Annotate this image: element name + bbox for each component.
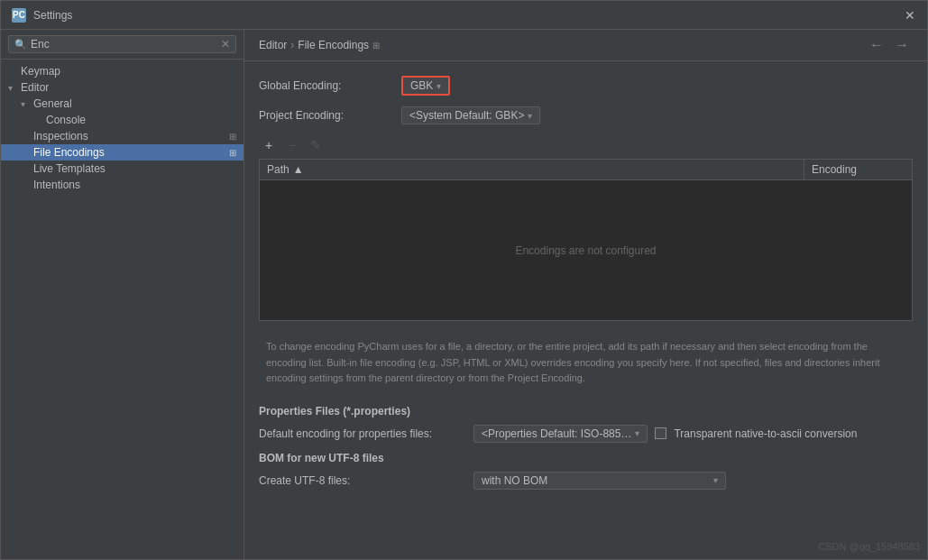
breadcrumb-part-editor: Editor <box>259 39 287 51</box>
search-box: 🔍 ✕ <box>1 30 243 60</box>
search-input-wrapper[interactable]: 🔍 ✕ <box>8 35 236 53</box>
sidebar-item-editor[interactable]: ▾ Editor <box>1 79 243 96</box>
arrow-placeholder <box>33 115 46 125</box>
search-input[interactable] <box>31 38 217 50</box>
title-bar: PC Settings ✕ <box>1 1 927 30</box>
default-encoding-dropdown[interactable]: <Properties Default: ISO-885… ▾ <box>473 425 648 443</box>
search-icon: 🔍 <box>14 39 27 50</box>
sidebar-item-label: Live Templates <box>33 162 106 175</box>
content-header: Editor › File Encodings ⊞ ← → <box>244 30 927 61</box>
default-encoding-row: Default encoding for properties files: <… <box>259 425 913 443</box>
create-utf8-value: with NO BOM <box>482 474 547 487</box>
forward-button[interactable]: → <box>891 37 913 53</box>
properties-section: Properties Files (*.properties) Default … <box>259 405 913 443</box>
arrow-placeholder <box>21 164 33 174</box>
breadcrumb-separator: › <box>290 39 294 51</box>
info-text: To change encoding PyCharm uses for a fi… <box>259 332 913 394</box>
sidebar-item-label: Inspections <box>33 130 88 142</box>
watermark: CSDN @qq_15948583 <box>818 541 920 552</box>
edit-button[interactable]: ✎ <box>306 135 326 155</box>
arrow-placeholder <box>21 180 33 190</box>
sidebar-item-label: Keymap <box>21 65 60 78</box>
app-icon: PC <box>12 8 26 23</box>
bom-section-title: BOM for new UTF-8 files <box>259 452 913 464</box>
window-title: Settings <box>33 9 72 22</box>
sidebar-item-label: Editor <box>21 81 49 94</box>
expand-arrow-icon: ▾ <box>21 99 33 109</box>
sort-icon: ▲ <box>293 163 304 176</box>
encoding-column-header[interactable]: Encoding <box>804 160 912 179</box>
breadcrumb-part-file-encodings: File Encodings <box>298 39 369 51</box>
global-encoding-dropdown[interactable]: GBK ▾ <box>401 76 450 96</box>
arrow-icon <box>8 67 21 77</box>
project-encoding-value: <System Default: GBK> <box>409 109 524 122</box>
table-header: Path ▲ Encoding <box>260 160 912 180</box>
sidebar-item-label: Intentions <box>33 179 80 191</box>
path-column-label: Path <box>267 163 289 176</box>
close-button[interactable]: ✕ <box>904 9 916 22</box>
content-area: Editor › File Encodings ⊞ ← → Global Enc… <box>244 30 927 559</box>
transparent-checkbox[interactable] <box>655 427 666 439</box>
default-encoding-label: Default encoding for properties files: <box>259 427 466 440</box>
bom-section: BOM for new UTF-8 files Create UTF-8 fil… <box>259 452 913 490</box>
utf8-row: Create UTF-8 files: with NO BOM ▾ <box>259 472 913 490</box>
sidebar-item-label: File Encodings <box>33 146 105 159</box>
encodings-table: Path ▲ Encoding Encodings are not config… <box>259 159 913 321</box>
arrow-placeholder <box>21 148 33 158</box>
settings-content: Global Encoding: GBK ▾ Project Encoding:… <box>244 61 927 559</box>
create-utf8-label: Create UTF-8 files: <box>259 474 466 487</box>
title-bar-controls: ✕ <box>904 9 916 22</box>
dropdown-arrow-icon: ▾ <box>528 111 532 121</box>
project-encoding-label: Project Encoding: <box>259 109 394 122</box>
table-toolbar: + − ✎ <box>259 135 913 155</box>
sidebar-item-general[interactable]: ▾ General <box>1 96 243 112</box>
title-bar-left: PC Settings <box>12 8 72 23</box>
properties-section-title: Properties Files (*.properties) <box>259 405 913 418</box>
create-utf8-dropdown[interactable]: with NO BOM ▾ <box>473 472 726 490</box>
global-encoding-row: Global Encoding: GBK ▾ <box>259 76 913 96</box>
dropdown-arrow-icon: ▾ <box>635 428 639 438</box>
global-encoding-label: Global Encoding: <box>259 79 394 92</box>
sidebar-item-label: Console <box>46 114 86 126</box>
sidebar-tree: Keymap ▾ Editor ▾ General <box>1 60 243 559</box>
back-button[interactable]: ← <box>866 37 887 53</box>
global-encoding-value: GBK <box>410 79 433 92</box>
breadcrumb-icon: ⊞ <box>372 41 380 50</box>
transparent-label: Transparent native-to-ascii conversion <box>674 427 857 440</box>
clear-search-icon[interactable]: ✕ <box>221 38 230 50</box>
sidebar-item-keymap[interactable]: Keymap <box>1 63 243 79</box>
dropdown-arrow-icon: ▾ <box>436 81 441 91</box>
sidebar-item-intentions[interactable]: Intentions <box>1 177 243 193</box>
arrow-placeholder <box>21 132 33 142</box>
sidebar: 🔍 ✕ Keymap ▾ Editor <box>1 30 244 559</box>
dropdown-arrow-icon: ▾ <box>713 475 718 485</box>
sidebar-item-file-encodings[interactable]: File Encodings ⊞ <box>1 144 243 161</box>
breadcrumb: Editor › File Encodings ⊞ <box>259 39 380 51</box>
path-column-header[interactable]: Path ▲ <box>260 160 804 179</box>
sidebar-item-console[interactable]: Console <box>1 112 243 128</box>
main-layout: 🔍 ✕ Keymap ▾ Editor <box>1 30 927 559</box>
remove-button[interactable]: − <box>282 135 302 155</box>
sidebar-item-live-templates[interactable]: Live Templates <box>1 161 243 177</box>
encoding-column-label: Encoding <box>812 163 857 176</box>
nav-arrows: ← → <box>866 37 913 53</box>
sidebar-item-label: General <box>33 97 72 110</box>
sidebar-item-inspections[interactable]: Inspections ⊞ <box>1 128 243 144</box>
project-encoding-dropdown[interactable]: <System Default: GBK> ▾ <box>401 106 540 124</box>
expand-arrow-icon: ▾ <box>8 83 21 93</box>
table-empty-message: Encodings are not configured <box>260 180 912 320</box>
settings-icon: ⊞ <box>229 148 236 158</box>
settings-window: PC Settings ✕ 🔍 ✕ Keymap <box>0 0 928 560</box>
add-button[interactable]: + <box>259 135 279 155</box>
settings-icon: ⊞ <box>229 132 236 142</box>
default-encoding-value: <Properties Default: ISO-885… <box>482 427 631 440</box>
project-encoding-row: Project Encoding: <System Default: GBK> … <box>259 106 913 124</box>
